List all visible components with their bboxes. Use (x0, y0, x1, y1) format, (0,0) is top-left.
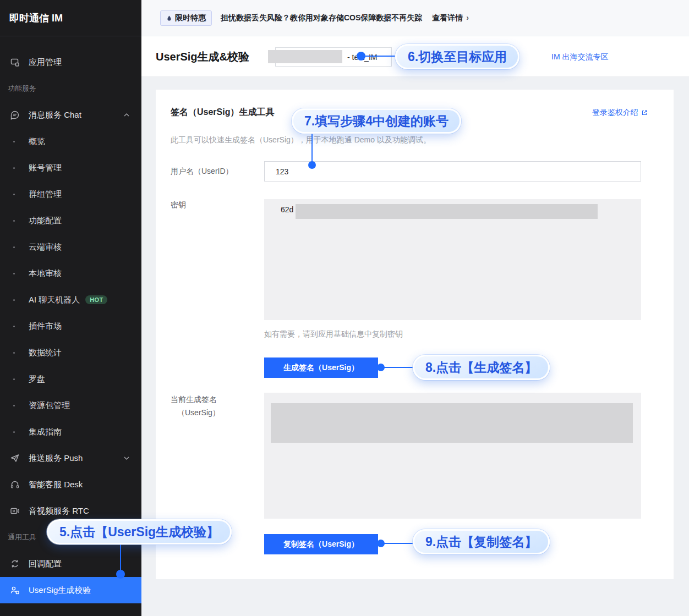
redacted-app-name (268, 50, 342, 63)
annotation-step6: 6.切换至目标应用 (395, 44, 520, 69)
sidebar-item-local-moderation[interactable]: 本地审核 (0, 260, 141, 287)
bullet-icon (13, 246, 15, 248)
key-hint-text: 如有需要，请到应用基础信息中复制密钥 (264, 329, 403, 339)
step9-connector-dot (377, 540, 385, 547)
sidebar-item-group-management[interactable]: 群组管理 (0, 181, 141, 207)
bullet-icon (13, 378, 15, 380)
bullet-icon (13, 431, 15, 433)
bullet-icon (13, 220, 15, 222)
sidebar-item-desk-service[interactable]: 智能客服 Desk (0, 471, 141, 498)
sidebar-item-label: 消息服务 Chat (29, 110, 81, 120)
sidebar-item-label: 概览 (29, 136, 45, 147)
promo-text: 担忧数据丢失风险？教你用对象存储COS保障数据不再失踪 (221, 13, 422, 23)
bullet-icon (13, 299, 15, 301)
userid-label: 用户名（UserID） (171, 167, 233, 177)
redacted-secret-key (296, 204, 598, 219)
bullet-icon (13, 194, 15, 195)
sidebar-item-label: 账号管理 (29, 163, 62, 173)
annotation-step7: 7.填写步骤4中创建的账号 (292, 108, 461, 134)
sidebar-item-chat-service[interactable]: 消息服务 Chat (0, 102, 141, 128)
chevron-up-icon[interactable] (124, 113, 129, 117)
step8-connector-line (383, 367, 413, 368)
product-title: 即时通信 IM (0, 0, 141, 36)
app-management-icon (10, 57, 20, 67)
userid-input[interactable] (264, 161, 641, 182)
sidebar-item-label: UserSig生成校验 (29, 585, 91, 596)
drop-icon (166, 15, 172, 21)
key-visible-prefix: 62d (281, 205, 293, 214)
current-sig-label-line1: 当前生成签名 (171, 395, 217, 405)
step6-connector-line (361, 56, 396, 57)
sidebar-item-ai-chatbot[interactable]: AI 聊天机器人HOT (0, 287, 141, 313)
hot-badge: HOT (85, 295, 107, 304)
sidebar-item-label: 群组管理 (29, 189, 62, 200)
tool-description: 此工具可以快速生成签名（UserSig），用于本地跑通 Demo 以及功能调试。 (171, 135, 431, 145)
bullet-icon (13, 326, 15, 327)
promo-details-link[interactable]: 查看详情› (432, 13, 469, 23)
headset-icon (10, 480, 20, 490)
sidebar-item-usersig-tool[interactable]: UserSig生成校验 (0, 577, 141, 603)
redacted-usersig-value (271, 403, 633, 443)
step7-connector-line (311, 134, 313, 163)
bullet-icon (13, 273, 15, 274)
sidebar-item-integration-guide[interactable]: 集成指南 (0, 419, 141, 445)
sidebar-section-function-services: 功能服务 (0, 75, 141, 102)
step7-connector-dot (308, 161, 316, 169)
step5-connector-line (120, 543, 121, 573)
sidebar-item-label: AI 聊天机器人 (29, 295, 80, 305)
sidebar-item-data-statistics[interactable]: 数据统计 (0, 339, 141, 366)
im-console-screen: 即时通信 IM 应用管理 功能服务 消息服务 Chat 概览 账号管理 群组管理… (0, 0, 689, 616)
promo-badge: 限时特惠 (160, 10, 212, 26)
sidebar-item-label: 云端审核 (29, 242, 62, 252)
step6-connector-dot (357, 52, 365, 61)
sidebar-item-plugin-market[interactable]: 插件市场 (0, 313, 141, 339)
bullet-icon (13, 167, 15, 169)
chevron-right-icon: › (466, 13, 469, 22)
copy-usersig-button[interactable]: 复制签名（UserSig） (264, 534, 378, 554)
annotation-step5: 5.点击【UserSig生成校验】 (47, 519, 232, 544)
auth-intro-link-label: 登录鉴权介绍 (592, 108, 638, 118)
callback-sync-icon (10, 559, 20, 569)
generate-usersig-button[interactable]: 生成签名（UserSig） (264, 358, 378, 378)
key-label: 密钥 (171, 200, 186, 210)
sidebar-item-account-management[interactable]: 账号管理 (0, 155, 141, 181)
bullet-icon (13, 405, 15, 406)
sidebar-item-label: 功能配置 (29, 216, 62, 226)
secret-key-textarea[interactable]: 62d (264, 199, 641, 320)
auth-intro-link[interactable]: 登录鉴权介绍 (592, 108, 648, 118)
sidebar-item-label: 数据统计 (29, 348, 62, 358)
sidebar-item-compass[interactable]: 罗盘 (0, 366, 141, 392)
card-title: 签名（UserSig）生成工具 (171, 107, 274, 118)
sidebar-item-push-service[interactable]: 推送服务 Push (0, 445, 141, 471)
video-camera-icon (10, 506, 20, 516)
chat-icon (10, 110, 20, 120)
sidebar-item-label: 罗盘 (29, 374, 45, 384)
paper-plane-icon (10, 453, 20, 463)
annotation-step9: 9.点击【复制签名】 (413, 529, 550, 554)
sidebar-item-label: 集成指南 (29, 427, 62, 437)
sidebar-item-cloud-moderation[interactable]: 云端审核 (0, 234, 141, 260)
step8-connector-dot (377, 364, 385, 371)
sidebar-item-label: 推送服务 Push (29, 453, 83, 464)
generated-usersig-textarea[interactable] (264, 393, 641, 519)
bullet-icon (13, 141, 15, 142)
sidebar-item-label: 智能客服 Desk (29, 480, 83, 490)
im-community-link[interactable]: IM 出海交流专区 (551, 52, 608, 62)
sidebar-item-label: 插件市场 (29, 321, 62, 332)
sidebar-item-label: 应用管理 (29, 57, 62, 68)
sidebar-item-feature-config[interactable]: 功能配置 (0, 207, 141, 234)
sidebar-item-label: 音视频服务 RTC (29, 506, 89, 516)
sidebar-item-label: 资源包管理 (29, 400, 70, 411)
sidebar-item-resource-packages[interactable]: 资源包管理 (0, 392, 141, 419)
sidebar-item-app-management[interactable]: 应用管理 (0, 49, 141, 75)
sidebar-item-overview[interactable]: 概览 (0, 128, 141, 155)
step9-connector-line (383, 543, 413, 544)
chevron-down-icon[interactable] (124, 457, 129, 460)
annotation-step8: 8.点击【生成签名】 (413, 355, 550, 380)
sidebar-item-label: 本地审核 (29, 268, 62, 279)
promo-badge-label: 限时特惠 (175, 13, 206, 23)
external-link-icon (641, 109, 648, 116)
page-title: UserSig生成&校验 (156, 50, 249, 64)
usersig-person-icon (10, 585, 20, 595)
promo-banner: 限时特惠 担忧数据丢失风险？教你用对象存储COS保障数据不再失踪 查看详情› (141, 0, 689, 36)
